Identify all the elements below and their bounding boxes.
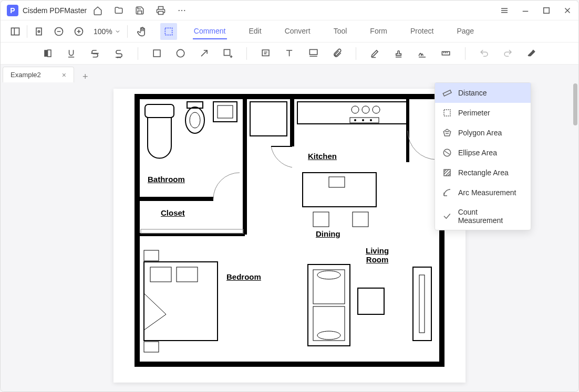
measure-icon[interactable]: [441, 48, 451, 59]
open-icon[interactable]: [114, 6, 123, 15]
file-tab-close-icon[interactable]: ×: [62, 71, 66, 79]
arc-icon: [442, 188, 452, 197]
redo-icon[interactable]: [503, 48, 513, 59]
svg-point-1: [179, 9, 180, 10]
comment-toolbar: [1, 43, 578, 65]
stamp-icon[interactable]: [394, 48, 404, 59]
tab-convert[interactable]: Convert: [284, 24, 312, 39]
main-toolbar: 100% Comment Edit Convert Tool Form Prot…: [1, 20, 578, 43]
file-tab-label: Example2: [11, 71, 41, 79]
maximize-icon[interactable]: [542, 6, 551, 15]
close-icon[interactable]: [563, 6, 572, 15]
tab-tool[interactable]: Tool: [333, 24, 348, 39]
dropdown-item-rectangle-area[interactable]: Rectangle Area: [435, 163, 531, 183]
svg-point-53: [373, 106, 380, 113]
label-bedroom: Bedroom: [226, 272, 261, 281]
dropdown-item-label: Rectangle Area: [458, 168, 509, 177]
measurement-dropdown: Distance Perimeter Polygon Area Ellipse …: [435, 82, 531, 230]
zoom-out-icon[interactable]: [54, 26, 64, 37]
svg-point-78: [317, 271, 340, 279]
more-icon[interactable]: [177, 6, 187, 15]
file-tab[interactable]: Example2 ×: [3, 67, 74, 82]
strikethrough-icon[interactable]: [90, 48, 100, 59]
note-icon[interactable]: [261, 48, 271, 59]
dropdown-item-ellipse-area[interactable]: Ellipse Area: [435, 143, 531, 163]
floorplan-drawing: [135, 94, 444, 367]
dropdown-item-polygon-area[interactable]: Polygon Area: [435, 123, 531, 143]
svg-rect-71: [150, 267, 171, 282]
svg-rect-82: [419, 275, 425, 333]
svg-rect-72: [177, 267, 198, 282]
pencil-icon[interactable]: [370, 48, 380, 59]
svg-point-56: [362, 119, 364, 121]
svg-line-25: [201, 50, 207, 56]
zoom-in-icon[interactable]: [74, 26, 84, 37]
svg-rect-42: [137, 97, 442, 364]
svg-rect-61: [353, 212, 368, 227]
select-tool[interactable]: [160, 23, 177, 40]
svg-point-63: [185, 107, 204, 133]
titlebar: P Cisdem PDFMaster: [1, 1, 578, 20]
svg-rect-49: [250, 102, 287, 136]
vertical-scrollbar[interactable]: [572, 83, 577, 392]
squiggly-icon[interactable]: [114, 48, 124, 59]
svg-rect-50: [297, 102, 408, 124]
text-icon[interactable]: [284, 48, 294, 59]
scrollbar-thumb[interactable]: [573, 83, 577, 125]
svg-rect-83: [443, 90, 451, 96]
fit-page-icon[interactable]: [34, 26, 44, 37]
tab-comment[interactable]: Comment: [193, 24, 227, 39]
minimize-icon[interactable]: [521, 6, 530, 15]
eraser-icon[interactable]: [526, 48, 536, 59]
home-icon[interactable]: [93, 6, 102, 15]
underline-icon[interactable]: [66, 48, 76, 59]
svg-rect-70: [144, 262, 218, 341]
tab-edit[interactable]: Edit: [248, 24, 263, 39]
perimeter-icon: [442, 108, 452, 118]
zoom-dropdown[interactable]: 100%: [94, 27, 121, 36]
svg-rect-80: [358, 288, 384, 314]
signature-icon[interactable]: [417, 48, 427, 59]
pdf-page[interactable]: Bathroom Closet Kitchen Dining Bedroom L…: [113, 89, 466, 383]
polygon-icon: [442, 128, 452, 137]
svg-rect-26: [224, 49, 230, 55]
svg-point-2: [181, 9, 182, 10]
tab-page[interactable]: Page: [456, 24, 475, 39]
dropdown-item-arc[interactable]: Arc Measurement: [435, 183, 531, 203]
add-tab-button[interactable]: +: [78, 71, 92, 82]
arrow-icon[interactable]: [199, 48, 209, 59]
label-closet: Closet: [161, 208, 185, 217]
menu-tabs: Comment Edit Convert Tool Form Protect P…: [193, 24, 475, 39]
rectangle-hatch-icon: [442, 168, 452, 177]
svg-point-51: [351, 106, 359, 113]
shape-plus-icon[interactable]: [223, 48, 233, 59]
attachment-icon[interactable]: [332, 48, 342, 59]
dropdown-item-perimeter[interactable]: Perimeter: [435, 103, 531, 123]
svg-rect-67: [218, 105, 233, 118]
save-icon[interactable]: [135, 6, 144, 15]
dropdown-item-count[interactable]: Count Measurement: [435, 203, 531, 230]
rectangle-shape-icon[interactable]: [152, 48, 162, 59]
svg-rect-22: [48, 50, 51, 57]
svg-rect-11: [12, 28, 19, 35]
svg-point-64: [190, 112, 200, 128]
sidebar-toggle-icon[interactable]: [10, 26, 20, 37]
svg-point-52: [362, 106, 369, 113]
tab-form[interactable]: Form: [369, 24, 388, 39]
hamburger-icon[interactable]: [500, 6, 509, 15]
svg-rect-76: [313, 270, 345, 304]
dropdown-item-label: Perimeter: [458, 109, 490, 117]
tab-protect[interactable]: Protect: [409, 24, 435, 39]
highlight-icon[interactable]: [43, 48, 53, 59]
dropdown-item-label: Count Measurement: [458, 208, 523, 225]
hand-tool[interactable]: [134, 23, 151, 40]
dropdown-item-label: Arc Measurement: [458, 188, 516, 197]
callout-icon[interactable]: [308, 48, 318, 59]
print-icon[interactable]: [156, 6, 166, 15]
dropdown-item-label: Polygon Area: [458, 129, 502, 137]
dropdown-item-distance[interactable]: Distance: [435, 83, 531, 103]
undo-icon[interactable]: [479, 48, 489, 59]
svg-rect-69: [141, 229, 243, 234]
circle-shape-icon[interactable]: [175, 48, 185, 59]
label-bathroom: Bathroom: [148, 175, 185, 184]
